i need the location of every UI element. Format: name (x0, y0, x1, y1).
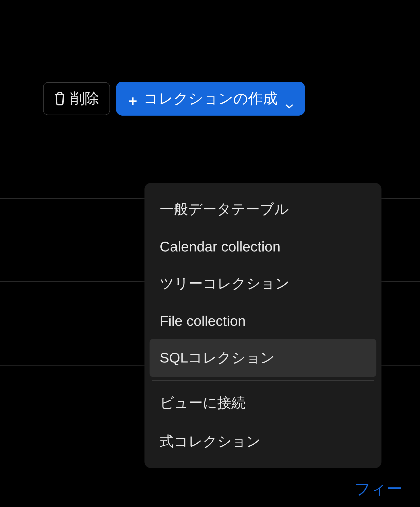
menu-item-label: SQLコレクション (160, 350, 275, 366)
delete-button[interactable]: 削除 (43, 82, 110, 115)
toolbar: 削除 コレクションの作成 (0, 56, 420, 116)
top-spacer (0, 0, 420, 56)
menu-item-expression-collection[interactable]: 式コレクション (150, 422, 376, 461)
chevron-down-icon (285, 96, 294, 102)
create-collection-dropdown: 一般データテーブル Calendar collection ツリーコレクション … (144, 183, 381, 468)
menu-divider (152, 380, 374, 381)
footer-link-label: フィー (355, 480, 402, 497)
menu-item-general-table[interactable]: 一般データテーブル (150, 190, 376, 229)
menu-item-tree-collection[interactable]: ツリーコレクション (150, 264, 376, 303)
menu-item-label: File collection (160, 313, 246, 329)
plus-icon (127, 93, 138, 104)
menu-item-label: 一般データテーブル (160, 201, 289, 217)
menu-item-calendar-collection[interactable]: Calendar collection (150, 229, 376, 264)
create-label: コレクションの作成 (143, 89, 278, 108)
menu-item-label: ツリーコレクション (160, 275, 289, 291)
content-area: 削除 コレクションの作成 一般データテーブル Calendar collecti… (0, 56, 420, 507)
menu-item-connect-view[interactable]: ビューに接続 (150, 384, 376, 422)
create-collection-button[interactable]: コレクションの作成 (116, 82, 305, 116)
menu-item-label: 式コレクション (160, 433, 261, 449)
delete-label: 削除 (70, 89, 99, 108)
menu-item-label: Calendar collection (160, 239, 280, 255)
menu-item-file-collection[interactable]: File collection (150, 303, 376, 339)
footer-link[interactable]: フィー (355, 478, 402, 499)
trash-icon (54, 92, 66, 106)
menu-item-label: ビューに接続 (160, 395, 246, 411)
menu-item-sql-collection[interactable]: SQLコレクション (150, 339, 376, 377)
